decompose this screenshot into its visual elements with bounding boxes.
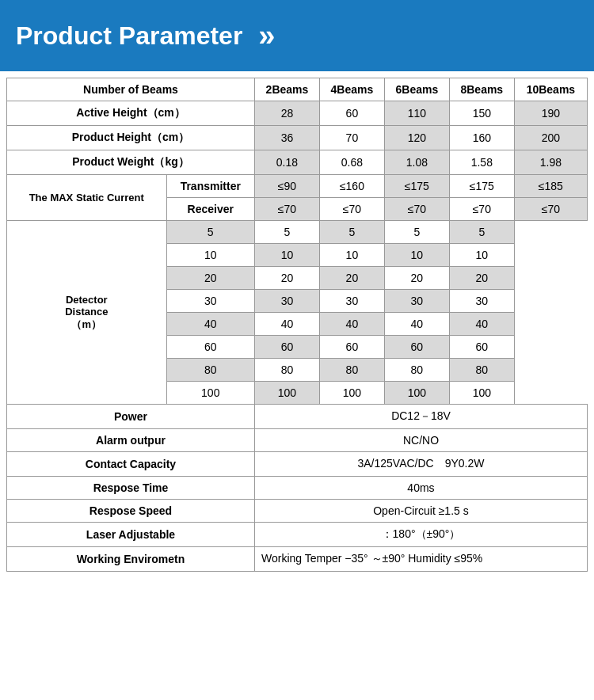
dist-40-8b: 40 — [384, 313, 449, 336]
dist-40-4b: 40 — [254, 313, 319, 336]
dist-100-6b: 100 — [319, 382, 384, 405]
respose-speed-row: Respose Speed Open-Circuit ≥1.5 s — [7, 500, 588, 523]
dist-80-4b: 80 — [254, 359, 319, 382]
dist-100-2b: 100 — [166, 382, 254, 405]
product-height-2b: 36 — [254, 126, 319, 150]
dist-30-10b: 30 — [449, 290, 514, 313]
beam-col-3: 6Beams — [384, 78, 449, 101]
alarm-label: Alarm outpur — [7, 429, 255, 452]
dist-60-4b: 60 — [254, 336, 319, 359]
dist-10-2b: 10 — [166, 244, 254, 267]
dist-100-4b: 100 — [254, 382, 319, 405]
dist-60-10b: 60 — [449, 336, 514, 359]
detector-dist-5-row: DetectorDistance（m） 5 5 5 5 5 — [7, 221, 588, 244]
transmitter-8b: ≤175 — [449, 175, 514, 198]
active-height-6b: 110 — [384, 101, 449, 126]
respose-time-row: Respose Time 40ms — [7, 477, 588, 500]
respose-time-value: 40ms — [254, 477, 587, 500]
contact-capacity-row: Contact Capacity 3A/125VAC/DC 9Y0.2W — [7, 452, 588, 477]
receiver-8b: ≤70 — [449, 198, 514, 221]
alarm-value: NC/NO — [254, 429, 587, 452]
product-height-row: Product Height（cm） 36 70 120 160 200 — [7, 126, 588, 150]
active-height-2b: 28 — [254, 101, 319, 126]
product-weight-4b: 0.68 — [319, 150, 384, 175]
dist-30-8b: 30 — [384, 290, 449, 313]
product-height-4b: 70 — [319, 126, 384, 150]
product-weight-8b: 1.58 — [449, 150, 514, 175]
product-weight-label: Product Weight（kg） — [7, 150, 255, 175]
dist-20-4b: 20 — [254, 267, 319, 290]
dist-30-2b: 30 — [166, 290, 254, 313]
laser-adjustable-row: Laser Adjustable ：180°（±90°） — [7, 523, 588, 547]
dist-20-10b: 20 — [449, 267, 514, 290]
power-label: Power — [7, 405, 255, 429]
receiver-4b: ≤70 — [319, 198, 384, 221]
dist-100-10b: 100 — [449, 382, 514, 405]
product-weight-6b: 1.08 — [384, 150, 449, 175]
dist-60-6b: 60 — [319, 336, 384, 359]
transmitter-10b: ≤185 — [514, 175, 587, 198]
dist-100-8b: 100 — [384, 382, 449, 405]
respose-speed-label: Respose Speed — [7, 500, 255, 523]
beam-col-5: 10Beams — [514, 78, 587, 101]
dist-40-6b: 40 — [319, 313, 384, 336]
dist-5-6b: 5 — [319, 221, 384, 244]
beam-label: Number of Beams — [7, 78, 255, 101]
dist-10-4b: 10 — [254, 244, 319, 267]
product-weight-10b: 1.98 — [514, 150, 587, 175]
receiver-10b: ≤70 — [514, 198, 587, 221]
dist-20-2b: 20 — [166, 267, 254, 290]
dist-5-10b: 5 — [449, 221, 514, 244]
power-row: Power DC12－18V — [7, 405, 588, 429]
dist-10-8b: 10 — [384, 244, 449, 267]
header-title: Product Parameter — [16, 21, 242, 51]
dist-20-8b: 20 — [384, 267, 449, 290]
respose-time-label: Respose Time — [7, 477, 255, 500]
dist-10-6b: 10 — [319, 244, 384, 267]
working-env-label: Working Envirometn — [7, 547, 255, 572]
dist-80-6b: 80 — [319, 359, 384, 382]
dist-20-6b: 20 — [319, 267, 384, 290]
beam-header-row: Number of Beams 2Beams 4Beams 6Beams 8Be… — [7, 78, 588, 101]
active-height-10b: 190 — [514, 101, 587, 126]
dist-80-10b: 80 — [449, 359, 514, 382]
transmitter-4b: ≤160 — [319, 175, 384, 198]
dist-30-4b: 30 — [254, 290, 319, 313]
receiver-2b: ≤70 — [254, 198, 319, 221]
dist-30-6b: 30 — [319, 290, 384, 313]
active-height-label: Active Height（cm） — [7, 101, 255, 126]
active-height-row: Active Height（cm） 28 60 110 150 190 — [7, 101, 588, 126]
beam-col-1: 2Beams — [254, 78, 319, 101]
dist-5-4b: 5 — [254, 221, 319, 244]
product-weight-2b: 0.18 — [254, 150, 319, 175]
transmitter-2b: ≤90 — [254, 175, 319, 198]
active-height-4b: 60 — [319, 101, 384, 126]
product-weight-row: Product Weight（kg） 0.18 0.68 1.08 1.58 1… — [7, 150, 588, 175]
dist-40-10b: 40 — [449, 313, 514, 336]
active-height-8b: 150 — [449, 101, 514, 126]
static-current-transmitter-row: The MAX Static Current Transmitter ≤90 ≤… — [7, 175, 588, 198]
contact-capacity-value: 3A/125VAC/DC 9Y0.2W — [254, 452, 587, 477]
static-current-main-label: The MAX Static Current — [7, 175, 167, 221]
alarm-row: Alarm outpur NC/NO — [7, 429, 588, 452]
dist-5-8b: 5 — [384, 221, 449, 244]
contact-capacity-label: Contact Capacity — [7, 452, 255, 477]
laser-adjustable-value: ：180°（±90°） — [254, 523, 587, 547]
working-env-row: Working Envirometn Working Temper −35° ～… — [7, 547, 588, 572]
beam-col-4: 8Beams — [449, 78, 514, 101]
receiver-label: Receiver — [166, 198, 254, 221]
table-wrapper: Number of Beams 2Beams 4Beams 6Beams 8Be… — [0, 71, 594, 578]
dist-80-8b: 80 — [384, 359, 449, 382]
dist-60-2b: 60 — [166, 336, 254, 359]
dist-80-2b: 80 — [166, 359, 254, 382]
dist-5-2b: 5 — [166, 221, 254, 244]
product-height-label: Product Height（cm） — [7, 126, 255, 150]
dist-60-8b: 60 — [384, 336, 449, 359]
transmitter-label: Transmitter — [166, 175, 254, 198]
receiver-6b: ≤70 — [384, 198, 449, 221]
transmitter-6b: ≤175 — [384, 175, 449, 198]
header: Product Parameter » — [0, 0, 594, 71]
header-chevrons: » — [258, 19, 272, 53]
power-value: DC12－18V — [254, 405, 587, 429]
product-height-10b: 200 — [514, 126, 587, 150]
